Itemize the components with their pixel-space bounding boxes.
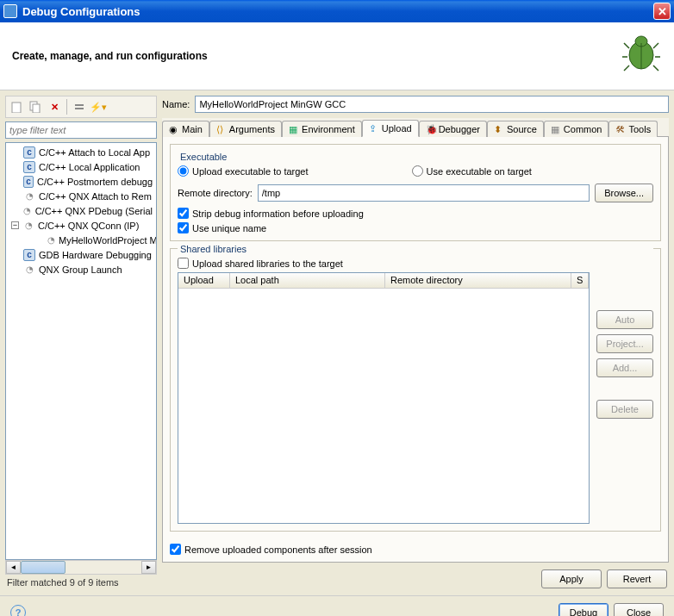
shared-libs-legend: Shared libraries bbox=[178, 244, 653, 254]
filter-status: Filter matched 9 of 9 items bbox=[5, 575, 157, 590]
tab-source[interactable]: ⬍Source bbox=[487, 121, 544, 137]
svg-rect-9 bbox=[12, 103, 21, 113]
filter-icon[interactable]: ⚡▾ bbox=[91, 100, 105, 114]
svg-line-3 bbox=[624, 43, 629, 48]
tree-item-myproject[interactable]: ◔MyHelloWorldProject Mi bbox=[6, 233, 156, 247]
check-strip-debug[interactable]: Strip debug information before uploading bbox=[178, 208, 653, 219]
window-close-button[interactable]: ✕ bbox=[653, 3, 671, 20]
args-tab-icon: ⟨⟩ bbox=[216, 124, 227, 134]
qnx-icon: ◔ bbox=[23, 205, 32, 217]
tree-item-qnx-qconn[interactable]: −◔C/C++ QNX QConn (IP) bbox=[6, 218, 156, 233]
upload-tab-icon: ⇪ bbox=[369, 123, 379, 134]
col-remote[interactable]: Remote directory bbox=[385, 273, 571, 288]
config-tree[interactable]: cC/C++ Attach to Local App cC/C++ Local … bbox=[5, 142, 157, 560]
left-panel: ✕ ⚡▾ cC/C++ Attach to Local App cC/C++ L… bbox=[5, 96, 157, 590]
bug-icon bbox=[621, 31, 662, 81]
col-local[interactable]: Local path bbox=[230, 273, 385, 288]
tree-hscrollbar[interactable]: ◄ ► bbox=[5, 560, 157, 575]
scroll-thumb[interactable] bbox=[21, 561, 66, 574]
app-icon bbox=[3, 4, 17, 18]
duplicate-config-icon[interactable] bbox=[28, 100, 42, 114]
c-icon: c bbox=[23, 176, 34, 188]
qnx-icon: ◔ bbox=[22, 220, 34, 232]
shared-libs-table[interactable]: Upload Local path Remote directory S bbox=[178, 272, 590, 524]
dialog-header: Create, manage, and run configurations bbox=[0, 22, 674, 90]
tab-main[interactable]: ◉Main bbox=[162, 121, 209, 137]
tree-item-qnx-group[interactable]: ◔QNX Group Launch bbox=[6, 262, 156, 277]
tree-collapse-icon[interactable]: − bbox=[11, 221, 19, 229]
check-unique-name[interactable]: Use unique name bbox=[178, 222, 653, 233]
c-icon: c bbox=[23, 161, 35, 173]
col-strip[interactable]: S bbox=[571, 273, 589, 288]
check-upload-shared[interactable]: Upload shared libraries to the target bbox=[178, 258, 653, 269]
tree-item-qnx-attach[interactable]: ◔C/C++ QNX Attach to Rem bbox=[6, 189, 156, 203]
qnx-icon: ◔ bbox=[47, 234, 55, 246]
tree-item-postmortem[interactable]: cC/C++ Postmortem debugg bbox=[6, 174, 156, 189]
revert-button[interactable]: Revert bbox=[607, 569, 667, 588]
tab-tools[interactable]: 🛠Tools bbox=[608, 121, 658, 137]
tree-item-qnx-pdebug[interactable]: ◔C/C++ QNX PDebug (Serial bbox=[6, 203, 156, 218]
new-config-icon[interactable] bbox=[9, 100, 23, 114]
shared-libs-fieldset: Shared libraries Upload shared libraries… bbox=[170, 248, 661, 532]
tree-item-attach-local[interactable]: cC/C++ Attach to Local App bbox=[6, 145, 156, 159]
tab-bar: ◉Main ⟨⟩Arguments ▦Environment ⇪Upload 🐞… bbox=[162, 118, 669, 137]
svg-line-8 bbox=[653, 65, 658, 71]
remote-dir-label: Remote directory: bbox=[178, 188, 253, 198]
svg-line-4 bbox=[653, 43, 658, 48]
collapse-all-icon[interactable] bbox=[72, 100, 86, 114]
check-remove-after-session[interactable]: Remove uploaded components after session bbox=[170, 544, 661, 555]
tab-common[interactable]: ▦Common bbox=[544, 121, 609, 137]
radio-use-on-target[interactable]: Use executable on target bbox=[412, 165, 532, 177]
common-tab-icon: ▦ bbox=[551, 124, 561, 134]
close-button[interactable]: Close bbox=[614, 603, 664, 616]
debug-button[interactable]: Debug bbox=[559, 603, 608, 616]
browse-button[interactable]: Browse... bbox=[595, 184, 653, 202]
svg-rect-12 bbox=[75, 104, 84, 106]
config-name-input[interactable] bbox=[195, 96, 669, 113]
scroll-right-icon[interactable]: ► bbox=[141, 561, 156, 574]
debugger-tab-icon: 🐞 bbox=[426, 124, 436, 134]
executable-fieldset: Executable Upload executable to target U… bbox=[170, 144, 661, 241]
tab-environment[interactable]: ▦Environment bbox=[282, 121, 362, 137]
c-icon: c bbox=[23, 146, 35, 159]
window-title: Debug Configurations bbox=[22, 5, 140, 18]
executable-legend: Executable bbox=[178, 152, 229, 162]
help-icon[interactable]: ? bbox=[10, 605, 26, 616]
c-icon: c bbox=[23, 249, 35, 261]
name-label: Name: bbox=[162, 99, 190, 109]
env-tab-icon: ▦ bbox=[289, 124, 299, 134]
qnx-icon: ◔ bbox=[23, 190, 35, 202]
tab-upload[interactable]: ⇪Upload bbox=[362, 120, 419, 137]
col-upload[interactable]: Upload bbox=[178, 273, 230, 288]
delete-button[interactable]: Delete bbox=[596, 400, 653, 419]
project-button[interactable]: Project... bbox=[596, 334, 653, 353]
radio-upload-to-target[interactable]: Upload executable to target bbox=[178, 165, 309, 177]
scroll-left-icon[interactable]: ◄ bbox=[6, 561, 21, 574]
right-panel: Name: ◉Main ⟨⟩Arguments ▦Environment ⇪Up… bbox=[162, 96, 669, 590]
main-tab-icon: ◉ bbox=[169, 124, 179, 134]
svg-rect-13 bbox=[75, 108, 84, 109]
tree-item-local-app[interactable]: cC/C++ Local Application bbox=[6, 159, 156, 174]
svg-rect-11 bbox=[33, 104, 40, 113]
filter-input[interactable] bbox=[5, 121, 157, 139]
source-tab-icon: ⬍ bbox=[494, 124, 504, 134]
tree-item-gdb-hw[interactable]: cGDB Hardware Debugging bbox=[6, 247, 156, 262]
tab-content-upload: Executable Upload executable to target U… bbox=[162, 137, 669, 563]
apply-button[interactable]: Apply bbox=[541, 569, 602, 588]
tools-tab-icon: 🛠 bbox=[615, 124, 626, 134]
tab-debugger[interactable]: 🐞Debugger bbox=[419, 121, 487, 137]
add-button[interactable]: Add... bbox=[596, 358, 653, 377]
dialog-title: Create, manage, and run configurations bbox=[12, 50, 208, 62]
dialog-footer: ? Debug Close bbox=[0, 595, 674, 616]
delete-config-icon[interactable]: ✕ bbox=[47, 100, 61, 114]
svg-line-7 bbox=[624, 65, 629, 71]
tab-arguments[interactable]: ⟨⟩Arguments bbox=[209, 121, 282, 137]
auto-button[interactable]: Auto bbox=[596, 310, 653, 329]
remote-dir-input[interactable] bbox=[258, 184, 590, 202]
left-toolbar: ✕ ⚡▾ bbox=[5, 96, 157, 118]
window-titlebar[interactable]: Debug Configurations ✕ bbox=[0, 0, 674, 22]
qnx-icon: ◔ bbox=[23, 264, 35, 276]
